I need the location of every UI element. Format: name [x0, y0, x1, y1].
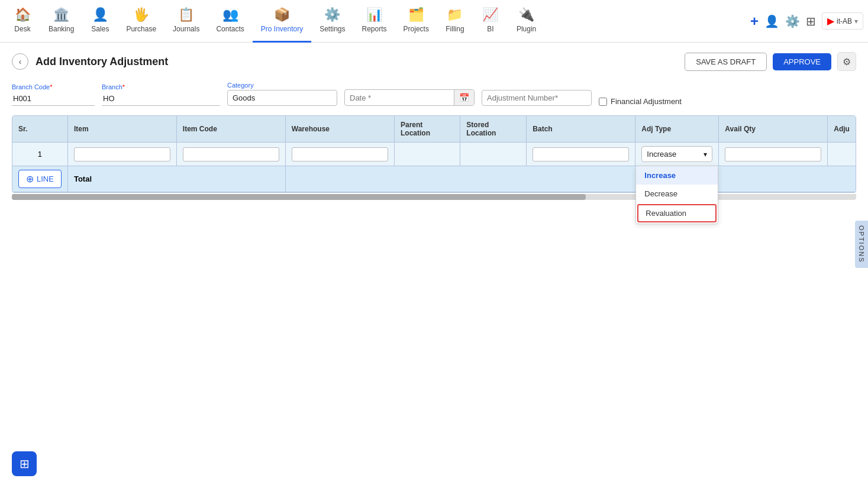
nav-item-bi[interactable]: 📈 BI [473, 0, 508, 43]
dropdown-option-decrease[interactable]: Decrease [636, 185, 718, 203]
save-as-draft-button[interactable]: SAVE AS DRAFT [685, 53, 767, 71]
filling-label: Filling [446, 25, 464, 33]
col-stored-location: Stored Location [460, 116, 527, 143]
branch-code-input[interactable] [12, 92, 95, 106]
branch-input[interactable] [102, 92, 220, 106]
scrollbar-thumb[interactable] [12, 194, 586, 200]
nav-item-sales[interactable]: 👤 Sales [82, 0, 118, 43]
cell-adju [828, 143, 856, 166]
branch-code-field: Branch Code* [12, 83, 95, 106]
calendar-icon[interactable]: 📅 [454, 90, 474, 105]
date-field: 📅 [344, 89, 475, 106]
contacts-icon: 👥 [222, 7, 238, 22]
nav-item-banking[interactable]: 🏛️ Banking [40, 0, 82, 43]
settings-label: Settings [320, 25, 345, 33]
dropdown-option-increase[interactable]: Increase [636, 166, 718, 185]
add-button[interactable]: + [750, 13, 759, 30]
cell-item [67, 143, 176, 166]
nav-item-plugin[interactable]: 🔌 Plugin [508, 0, 544, 43]
cell-warehouse [285, 143, 394, 166]
avail-qty-input[interactable] [725, 147, 821, 161]
nav-item-pro-inventory[interactable]: 📦 Pro Inventory [253, 0, 311, 43]
grid-view-icon[interactable]: ⊞ [806, 14, 816, 28]
projects-label: Projects [404, 25, 429, 33]
nav-item-purchase[interactable]: 🖐️ Purchase [118, 0, 164, 43]
dropdown-option-revaluation[interactable]: Revaluation [637, 204, 717, 222]
horizontal-scrollbar[interactable] [12, 194, 856, 200]
nav-item-projects[interactable]: 🗂️ Projects [395, 0, 437, 43]
nav-item-settings[interactable]: ⚙️ Settings [311, 0, 353, 43]
branch-code-label: Branch Code* [12, 83, 95, 91]
options-sidebar[interactable]: OPTIONS [855, 221, 868, 268]
back-button[interactable]: ‹ [12, 53, 28, 70]
reports-icon: 📊 [366, 7, 382, 22]
adj-type-dropdown-menu: Increase Decrease Revaluation [635, 166, 718, 224]
col-item-code: Item Code [176, 116, 285, 143]
date-input[interactable] [345, 91, 454, 105]
col-batch: Batch [527, 116, 635, 143]
warehouse-input[interactable] [292, 147, 388, 161]
batch-input[interactable] [533, 147, 629, 161]
page-header-left: ‹ Add Inventory Adjustment [12, 53, 168, 70]
pro-inventory-icon: 📦 [274, 7, 290, 22]
user-icon[interactable]: 👤 [764, 14, 779, 28]
page-header-right: SAVE AS DRAFT APPROVE ⚙ [685, 52, 856, 71]
table-wrapper: Sr. Item Item Code Warehouse Parent Loca… [12, 115, 856, 193]
page-header: ‹ Add Inventory Adjustment SAVE AS DRAFT… [12, 52, 856, 71]
add-line-button[interactable]: ⊕ LINE [18, 170, 62, 188]
cell-item-code [176, 143, 285, 166]
dropdown-chevron-icon: ▾ [704, 150, 707, 159]
journals-icon: 📋 [178, 7, 194, 22]
top-navigation: 🏠 Desk 🏛️ Banking 👤 Sales 🖐️ Purchase 📋 … [0, 0, 868, 43]
approve-button[interactable]: APPROVE [773, 53, 831, 70]
total-label-cell: Total [67, 166, 285, 192]
sales-label: Sales [91, 25, 109, 33]
item-input[interactable] [74, 147, 170, 161]
nav-item-desk[interactable]: 🏠 Desk [5, 0, 40, 43]
add-line-cell: ⊕ LINE [12, 166, 67, 192]
cell-stored-location [460, 143, 527, 166]
settings-gear-button[interactable]: ⚙ [837, 52, 856, 71]
contacts-label: Contacts [216, 25, 244, 33]
adjustment-number-input[interactable] [482, 90, 592, 106]
bi-icon: 📈 [482, 7, 498, 22]
sales-icon: 👤 [92, 7, 108, 22]
chevron-down-icon: ▾ [854, 17, 858, 25]
nav-item-filling[interactable]: 📁 Filling [437, 0, 473, 43]
category-input[interactable] [227, 90, 337, 106]
desk-label: Desk [14, 25, 30, 33]
cell-batch [527, 143, 635, 166]
settings-icon: ⚙️ [324, 7, 340, 22]
financial-adjustment-checkbox[interactable] [599, 98, 607, 106]
purchase-icon: 🖐️ [133, 7, 149, 22]
add-line-label: LINE [37, 174, 54, 183]
youtube-icon: ▶ [827, 15, 834, 27]
cell-adj-type: Increase ▾ Increase Decrease Revaluation [635, 143, 719, 166]
col-warehouse: Warehouse [285, 116, 394, 143]
col-parent-location: Parent Location [394, 116, 460, 143]
financial-adjustment-label: Financial Adjustment [611, 97, 682, 106]
nav-item-journals[interactable]: 📋 Journals [164, 0, 208, 43]
plugin-icon: 🔌 [518, 7, 534, 22]
item-code-input[interactable] [183, 147, 279, 161]
bottom-grid-button[interactable]: ⊞ [12, 451, 37, 476]
table-row: 1 [12, 143, 856, 166]
nav-item-reports[interactable]: 📊 Reports [354, 0, 395, 43]
total-value-cell [285, 166, 856, 192]
table-header-row: Sr. Item Item Code Warehouse Parent Loca… [12, 116, 856, 143]
page-title: Add Inventory Adjustment [36, 56, 168, 68]
journals-label: Journals [173, 25, 199, 33]
col-sr: Sr. [12, 116, 67, 143]
form-row: Branch Code* Branch* Category 📅 Financia… [12, 82, 856, 106]
cell-sr: 1 [12, 143, 67, 166]
banking-icon: 🏛️ [53, 7, 69, 22]
category-label: Category [227, 82, 337, 89]
adj-type-dropdown[interactable]: Increase ▾ [641, 146, 712, 162]
col-adju: Adju [828, 116, 856, 143]
main-content: ‹ Add Inventory Adjustment SAVE AS DRAFT… [0, 43, 868, 488]
youtube-badge[interactable]: ▶ it-AB ▾ [822, 12, 863, 30]
bi-label: BI [487, 25, 493, 33]
nav-item-contacts[interactable]: 👥 Contacts [208, 0, 252, 43]
branch-field: Branch* [102, 83, 220, 106]
settings-gear-icon[interactable]: ⚙️ [785, 14, 800, 28]
